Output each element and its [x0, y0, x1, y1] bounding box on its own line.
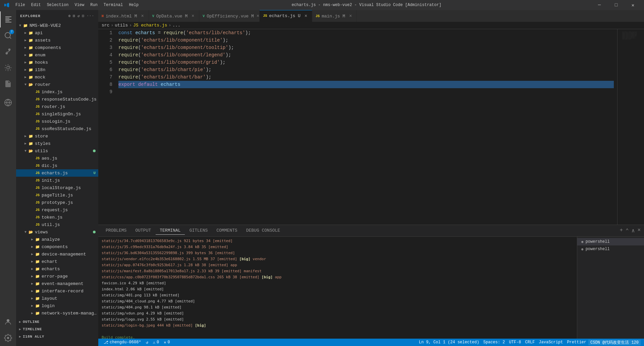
status-eol[interactable]: CRLF — [523, 340, 537, 345]
maximize-terminal-icon[interactable]: ∧ — [632, 227, 635, 234]
folder-components2[interactable]: ▶ 📁 components — [16, 243, 98, 250]
terminal-output[interactable]: static/js/34.7cd69431813766583e9c.js 921… — [98, 237, 577, 339]
code-editor[interactable]: const echarts = require('echarts/lib/ech… — [115, 29, 617, 225]
file-token-js[interactable]: JS token.js — [16, 214, 98, 221]
terminal-tab-output[interactable]: OUTPUT — [131, 227, 155, 235]
folder-store[interactable]: ▶ 📁 store — [16, 132, 98, 140]
activity-debug[interactable] — [0, 60, 16, 76]
folder-error-page[interactable]: ▶ 📁 error-page — [16, 273, 98, 280]
minimap[interactable]: const echarts = require('echarts/lib req… — [617, 29, 644, 225]
folder-layout[interactable]: ▶ 📁 layout — [16, 295, 98, 302]
status-warnings[interactable]: ⚠ 0 — [151, 340, 161, 345]
maximize-button[interactable]: □ — [608, 0, 624, 10]
menu-terminal[interactable]: Terminal — [101, 1, 126, 9]
outline-section[interactable]: ▶ OUTLINE — [16, 318, 98, 326]
file-aes-js[interactable]: JS aes.js — [16, 155, 98, 162]
folder-assets[interactable]: ▶ 📁 assets — [16, 37, 98, 44]
folder-views[interactable]: ▼ 📂 views — [16, 228, 98, 236]
file-ssoLogin-js[interactable]: JS ssoLogin.js — [16, 118, 98, 125]
status-csdn[interactable]: CSDN @代码改变生活 120 — [588, 340, 641, 345]
menu-run[interactable]: Run — [88, 1, 100, 9]
activity-scm[interactable] — [0, 44, 16, 60]
folder-hooks[interactable]: ▶ 📁 hooks — [16, 59, 98, 66]
new-file-icon[interactable]: ⊕ — [68, 14, 71, 18]
tab-close-button[interactable]: × — [140, 13, 145, 19]
terminal-panel-1[interactable]: ⊕ powershell — [577, 238, 644, 245]
more-actions-icon[interactable]: ··· — [87, 14, 94, 18]
file-init-js[interactable]: JS init.js — [16, 177, 98, 184]
file-pageTitle-js[interactable]: JS pageTitle.js — [16, 191, 98, 199]
file-dic-js[interactable]: JS dic.js — [16, 162, 98, 169]
file-prototype-js[interactable]: JS prototype.js — [16, 199, 98, 206]
tab-main-js[interactable]: JS main.js M × — [312, 10, 357, 22]
folder-echarts2[interactable]: ▶ 📁 echarts — [16, 265, 98, 273]
timeline-section[interactable]: ▶ TIMELINE — [16, 326, 98, 333]
tab-opdata-vue[interactable]: V OpData.vue M × — [149, 10, 200, 22]
status-spaces[interactable]: Spaces: 2 — [481, 340, 507, 345]
activity-extensions[interactable] — [0, 76, 16, 92]
file-util-js[interactable]: JS util.js — [16, 221, 98, 228]
folder-event-management[interactable]: ▶ 📁 event-management — [16, 280, 98, 287]
tab-opefficiency-vue[interactable]: V OpEfficiency.vue M × — [199, 10, 260, 22]
activity-explorer[interactable] — [0, 11, 16, 27]
tab-index-html[interactable]: H index.html M × — [98, 10, 149, 22]
status-errors[interactable]: ✕ 0 — [162, 340, 172, 345]
activity-remote[interactable] — [0, 95, 16, 111]
activity-account[interactable] — [0, 314, 16, 330]
breadcrumb-file[interactable]: JS echarts.js — [133, 23, 167, 28]
status-git-branch[interactable]: ⎇ chengdu-0608* — [102, 340, 143, 345]
split-terminal-icon[interactable]: ⌃ — [626, 227, 629, 234]
file-localStorage-js[interactable]: JS localStorage.js — [16, 184, 98, 191]
breadcrumb-src[interactable]: src — [102, 23, 109, 28]
refresh-icon[interactable]: ↺ — [77, 14, 80, 18]
folder-login[interactable]: ▶ 📁 login — [16, 302, 98, 309]
folder-api[interactable]: ▶ 📁 api — [16, 29, 98, 37]
menu-view[interactable]: View — [72, 1, 87, 9]
menu-file[interactable]: File — [13, 1, 28, 9]
folder-network-system-management[interactable]: ▶ 📁 network-system-management — [16, 309, 98, 317]
breadcrumb-symbol[interactable]: ... — [172, 23, 180, 28]
status-cursor[interactable]: Ln 9, Col 1 (24 selected) — [417, 340, 481, 345]
activity-settings[interactable] — [0, 330, 16, 346]
folder-analyze[interactable]: ▶ 📁 analyze — [16, 236, 98, 243]
terminal-tab-comments[interactable]: COMMENTS — [212, 227, 241, 235]
project-root[interactable]: ▼ 📁 NMS-WEB-VUE2 — [16, 22, 98, 29]
tab-close-button[interactable]: × — [190, 13, 196, 19]
file-router-js[interactable]: JS router.js — [16, 103, 98, 110]
folder-styles[interactable]: ▶ 📁 styles — [16, 140, 98, 147]
minimize-button[interactable]: ─ — [592, 0, 607, 10]
terminal-panel-2[interactable]: ⊕ powershell — [577, 245, 644, 253]
close-button[interactable]: ✕ — [625, 0, 641, 10]
menu-edit[interactable]: Edit — [29, 1, 44, 9]
file-index-js[interactable]: JS index.js — [16, 88, 98, 96]
tab-close-button[interactable]: × — [257, 13, 259, 19]
new-folder-icon[interactable]: ⊞ — [73, 14, 75, 18]
folder-mock[interactable]: ▶ 📁 mock — [16, 73, 98, 81]
menu-selection[interactable]: Selection — [44, 1, 71, 9]
terminal-tab-gitlens[interactable]: GITLENS — [185, 227, 212, 235]
file-singleSignOn-js[interactable]: JS singleSignOn.js — [16, 110, 98, 118]
terminal-tab-debug-console[interactable]: DEBUG CONSOLE — [242, 227, 284, 235]
menu-help[interactable]: Help — [126, 1, 141, 9]
folder-components[interactable]: ▶ 📁 components — [16, 44, 98, 51]
folder-i18n[interactable]: ▶ 📁 i18n — [16, 66, 98, 73]
breadcrumb-utils[interactable]: utils — [115, 23, 128, 28]
collapse-icon[interactable]: ⊟ — [82, 14, 85, 18]
status-sync[interactable]: ↺ — [144, 340, 150, 345]
status-language[interactable]: JavaScript — [537, 340, 565, 345]
i18n-ally-section[interactable]: ▶ I18N ALLY — [16, 333, 98, 340]
folder-echart[interactable]: ▶ 📁 echart — [16, 258, 98, 265]
file-ssoResStatusCode-js[interactable]: JS ssoResStatusCode.js — [16, 125, 98, 132]
activity-search[interactable]: 7 — [0, 27, 16, 44]
folder-interface-record[interactable]: ▶ 📁 interface-record — [16, 287, 98, 295]
file-responseStatusCode-js[interactable]: JS responseStatusCode.js — [16, 96, 98, 103]
close-terminal-icon[interactable]: × — [637, 227, 641, 234]
status-encoding[interactable]: UTF-8 — [507, 340, 523, 345]
status-formatter[interactable]: Prettier — [565, 340, 588, 345]
tab-close-button[interactable]: × — [348, 13, 353, 19]
add-terminal-icon[interactable]: + — [620, 227, 623, 234]
folder-device-management[interactable]: ▶ 📁 device-management — [16, 250, 98, 258]
folder-router[interactable]: ▼ 📂 router — [16, 81, 98, 88]
tab-close-button[interactable]: × — [303, 13, 309, 19]
terminal-tab-terminal[interactable]: TERMINAL — [156, 227, 184, 235]
